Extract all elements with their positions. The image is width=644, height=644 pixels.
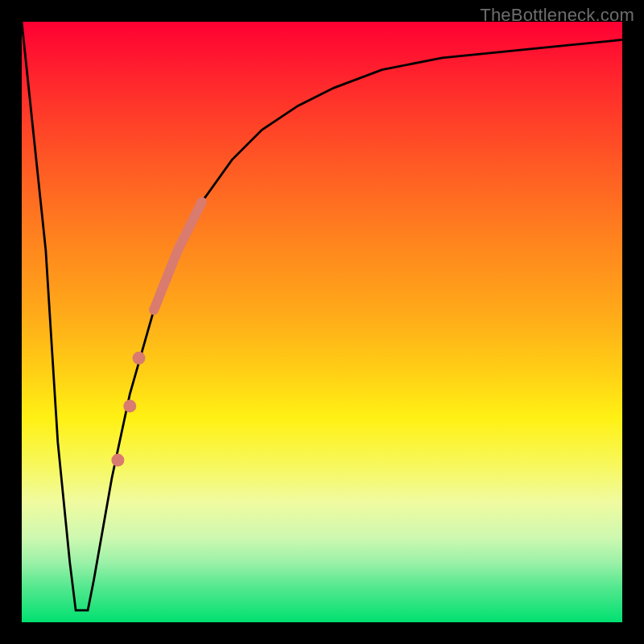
highlight-dot-1 [123,399,136,412]
bottleneck-curve [22,22,622,610]
highlight-dot-2 [111,454,124,467]
chart-svg [0,0,644,644]
highlight-band [154,202,202,310]
curve-layer [22,22,622,610]
watermark: TheBottleneck.com [480,5,634,26]
chart-container: TheBottleneck.com [0,0,644,644]
highlight-layer [111,202,201,467]
highlight-dot-0 [133,352,146,365]
